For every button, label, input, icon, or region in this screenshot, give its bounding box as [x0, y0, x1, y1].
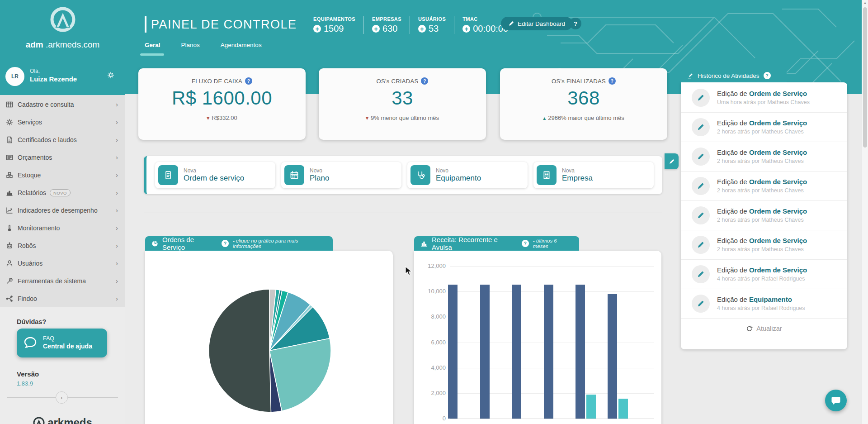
- tab-geral[interactable]: Geral: [145, 42, 160, 53]
- bar-gridline: [450, 419, 654, 419]
- sidebar-item-relatorios[interactable]: RelatóriosNOVO›: [0, 184, 125, 201]
- plus-circle-icon[interactable]: +: [313, 25, 321, 33]
- mouse-cursor: [405, 266, 414, 276]
- quick-action-label: Ordem de serviço: [184, 174, 244, 183]
- scrollbar-thumb[interactable]: [863, 7, 867, 148]
- activity-meta: 2 horas atrás por Matheus Chaves: [717, 158, 807, 165]
- activity-item[interactable]: Edição de Ordem de Serviço2 horas atrás …: [681, 230, 847, 260]
- document-icon: [158, 165, 178, 185]
- sidebar-menu: Cadastro e consulta›Serviços›Certificado…: [0, 95, 125, 307]
- sidebar-item-findoo[interactable]: Findoo›: [0, 290, 125, 307]
- sidebar-item-usuarios[interactable]: Usuários›: [0, 254, 125, 272]
- sidebar-collapse-button[interactable]: ‹: [56, 391, 68, 404]
- activity-action: Edição de: [717, 207, 749, 215]
- avatar[interactable]: LR: [5, 67, 24, 86]
- sidebar-item-robos[interactable]: Robôs›: [0, 237, 125, 254]
- pencil-icon: [692, 177, 710, 195]
- sidebar-item-servicos[interactable]: Serviços›: [0, 113, 125, 131]
- scrollbar-up-arrow-icon[interactable]: ▲: [862, 1, 868, 5]
- activity-title: Edição de Ordem de Serviço: [717, 237, 807, 245]
- bar-ytick: 4,000: [418, 364, 446, 371]
- activity-title: Edição de Ordem de Serviço: [717, 148, 807, 157]
- version-label: Versão: [17, 370, 39, 378]
- chevron-right-icon: ›: [116, 172, 118, 178]
- sidebar-item-cadastro-e-consulta[interactable]: Cadastro e consulta›: [0, 95, 125, 113]
- pie-help-icon[interactable]: ?: [222, 240, 229, 247]
- user-settings-gear-icon[interactable]: [107, 71, 114, 79]
- sidebar-item-orcamentos[interactable]: Orçamentos›: [0, 148, 125, 166]
- activity-text: Edição de Ordem de Serviço2 horas atrás …: [717, 178, 807, 194]
- quick-actions-edit-button[interactable]: [665, 153, 679, 169]
- activity-item[interactable]: Edição de Ordem de ServiçoUma hora atrás…: [681, 82, 847, 113]
- edit-dashboard-button[interactable]: Editar Dashboard: [501, 17, 572, 30]
- activity-item[interactable]: Edição de Ordem de Serviço2 horas atrás …: [681, 113, 847, 142]
- orders-pie-chart[interactable]: [207, 288, 332, 413]
- trend-up-icon: ▴: [543, 115, 546, 121]
- quick-action-label: Equipamento: [436, 174, 481, 183]
- plus-circle-icon[interactable]: +: [372, 25, 380, 33]
- history-pen-icon: [687, 72, 693, 79]
- plus-circle-icon[interactable]: +: [418, 25, 426, 33]
- activity-text: Edição de Ordem de Serviço2 horas atrás …: [717, 207, 807, 224]
- bar-recorrente[interactable]: [480, 285, 490, 419]
- bar-recorrente[interactable]: [448, 285, 458, 419]
- sidebar-item-ferramentas-de-sistema[interactable]: Ferramentas de sistema›: [0, 272, 125, 290]
- activity-item[interactable]: Edição de Equipamento4 horas atrás por R…: [681, 289, 847, 319]
- quick-action-novo-equipamento[interactable]: NovoEquipamento: [407, 162, 528, 188]
- pie-slice-aberta[interactable]: [209, 289, 271, 412]
- chevron-right-icon: ›: [116, 242, 118, 249]
- quick-action-novo-plano[interactable]: NovoPlano: [281, 162, 401, 188]
- activity-title: Edição de Ordem de Serviço: [717, 178, 807, 186]
- bar-panel-title: Receita: Recorrente e Avulsa: [432, 236, 518, 251]
- pencil-icon: [669, 158, 675, 165]
- sidebar-item-label: Ferramentas de sistema: [18, 277, 86, 285]
- quick-action-text: NovoPlano: [310, 167, 329, 183]
- question-circle-icon[interactable]: ?: [421, 77, 428, 85]
- bar-recorrente[interactable]: [512, 285, 521, 419]
- activity-item[interactable]: Edição de Ordem de Serviço2 horas atrás …: [681, 172, 847, 201]
- activity-item[interactable]: Edição de Ordem de Serviço2 horas atrás …: [681, 201, 847, 230]
- activity-text: Edição de Ordem de Serviço4 horas atrás …: [717, 266, 807, 282]
- sidebar-item-indicadores-de-desempenho[interactable]: Indicadores de desempenho›: [0, 201, 125, 219]
- speech-bubble-icon: [23, 336, 38, 350]
- stat-value-row: +1509: [313, 24, 355, 34]
- quick-action-nova-ordem-de-servico[interactable]: NovaOrdem de serviço: [155, 162, 275, 188]
- chevron-right-icon: ›: [116, 189, 118, 196]
- page-scrollbar[interactable]: ▲: [862, 0, 868, 424]
- refresh-icon: [746, 325, 753, 332]
- activity-help-icon[interactable]: ?: [764, 72, 771, 79]
- stat-separator: [363, 16, 364, 34]
- faq-button[interactable]: FAQ Central de ajuda: [17, 329, 107, 357]
- bar-recorrente[interactable]: [576, 285, 585, 419]
- stat-label: EMPRESAS: [372, 16, 401, 22]
- dashboard-help-button[interactable]: ?: [570, 18, 581, 29]
- tab-agendamentos[interactable]: Agendamentos: [221, 42, 262, 53]
- sidebar-item-certificados-e-laudos[interactable]: Certificados e laudos›: [0, 131, 125, 148]
- chevron-right-icon: ›: [116, 260, 118, 267]
- sidebar-item-monitoramento[interactable]: Monitoramento›: [0, 219, 125, 237]
- plus-circle-icon[interactable]: +: [462, 25, 470, 33]
- quick-action-label: Plano: [310, 174, 329, 183]
- question-circle-icon[interactable]: ?: [609, 77, 616, 85]
- bar-avulsa[interactable]: [618, 399, 628, 419]
- bar-recorrente[interactable]: [544, 285, 553, 419]
- bar-ytick: 6,000: [418, 339, 446, 346]
- question-circle-icon[interactable]: ?: [245, 77, 252, 85]
- tab-planos[interactable]: Planos: [181, 42, 200, 53]
- chat-widget-button[interactable]: [825, 390, 847, 411]
- stat-value: 53: [429, 24, 439, 34]
- quick-action-nova-empresa[interactable]: NovaEmpresa: [533, 162, 654, 188]
- sidebar-item-estoque[interactable]: Estoque›: [0, 166, 125, 184]
- bar-recorrente[interactable]: [608, 294, 617, 419]
- activity-text: Edição de Ordem de Serviço2 horas atrás …: [717, 148, 807, 165]
- chevron-right-icon: ›: [116, 207, 118, 214]
- activity-text: Edição de Ordem de Serviço2 horas atrás …: [717, 119, 807, 135]
- activity-item[interactable]: Edição de Ordem de Serviço2 horas atrás …: [681, 142, 847, 172]
- bar-help-icon[interactable]: ?: [522, 240, 529, 247]
- activity-panel-title: Histórico de Atividades: [698, 72, 760, 79]
- activity-item[interactable]: Edição de Ordem de Serviço4 horas atrás …: [681, 260, 847, 289]
- activity-target: Ordem de Serviço: [749, 90, 807, 97]
- refresh-button[interactable]: Atualizar: [681, 325, 847, 332]
- bar-avulsa[interactable]: [586, 395, 596, 419]
- bar-ytick: 8,000: [418, 313, 446, 320]
